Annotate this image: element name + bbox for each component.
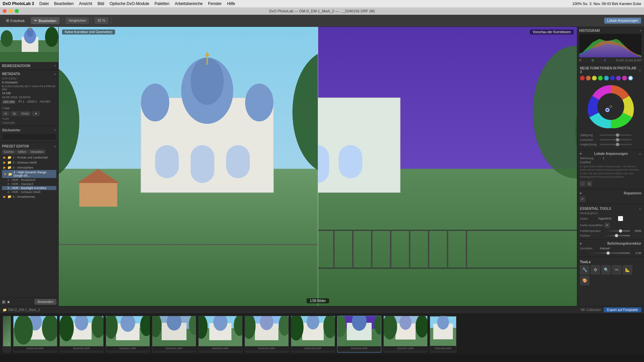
toolbar-separator-2 <box>92 17 92 24</box>
menu-paletten[interactable]: Paletten <box>155 1 169 6</box>
tool-5[interactable]: 📐 <box>623 265 632 275</box>
color-dot-blue[interactable] <box>610 76 615 80</box>
tool-4[interactable]: ✂ <box>612 265 622 275</box>
korrektur-ev-row: 0.00 <box>580 251 641 255</box>
filmstrip-item-1[interactable]: 5240149.ORF <box>13 316 57 353</box>
metadata-header[interactable]: METADATA ▲ <box>2 71 56 76</box>
toolbar: ⊞ Fotothek ✏ Bearbeiten Vergleichen 82 %… <box>0 15 644 27</box>
hsl-luminanz-slider[interactable] <box>600 139 632 140</box>
menu-bearbeiten[interactable]: Bearbeiten <box>54 1 73 6</box>
compare-btn[interactable]: Vergleichen <box>65 17 89 24</box>
preset-stillen-btn[interactable]: Stillen <box>16 149 28 154</box>
menu-ansicht[interactable]: Ansicht <box>79 1 92 6</box>
color-dot-white[interactable] <box>628 76 633 80</box>
belichtungskorrektur-header[interactable]: ▶ Belichtungskorrektur <box>580 241 641 246</box>
window-minimize-btn[interactable] <box>9 9 13 13</box>
preset-folder-2[interactable]: ▶ 📁 2 - Schwarz-Weiß <box>2 160 56 165</box>
menu-optische-dxo-module[interactable]: Optische DxO-Module <box>110 1 149 6</box>
color-dot-red[interactable] <box>580 76 585 80</box>
folder-indicator: 📁 OM-D_EM-1_Mark_2 <box>3 308 40 312</box>
filmstrip-item-5[interactable]: 5240153.ORF <box>198 316 243 353</box>
menu-bild[interactable]: Bild <box>98 1 104 6</box>
hsl-saettigung-slider[interactable] <box>600 134 632 136</box>
copyright-key: Copyright <box>2 121 20 124</box>
neue-funktionen-header[interactable]: NEUE FUNKTIONEN IN PHOTOLAB 3 ▲ <box>580 66 641 74</box>
reparieren-icon-1[interactable]: ✂ <box>580 196 585 202</box>
weissabgleich-label: Weißabgleich <box>580 211 641 215</box>
filmstrip-item-3[interactable]: 5240151.ORF <box>106 316 150 353</box>
tab-fotothek[interactable]: ⊞ Fotothek <box>3 17 28 24</box>
filmstrip-item-8-active[interactable]: 5240156.ORF <box>337 316 381 353</box>
menu-arbeitsbereiche[interactable]: Arbeitsbereiche <box>175 1 203 6</box>
werkzeug-label: Werkzeug <box>580 157 602 160</box>
brush-icon-btn[interactable]: ⬚ <box>580 181 585 186</box>
menu-datei[interactable]: Datei <box>39 1 49 6</box>
preset-item-2[interactable]: 2 - HDR - Standard <box>2 182 56 186</box>
menu-hilfe[interactable]: Hilfe <box>227 1 235 6</box>
zoom-btn[interactable]: 82 % <box>95 17 108 24</box>
reparieren-header[interactable]: ▶ Reparieren <box>580 191 641 196</box>
export-button[interactable]: Export auf Festplatte <box>604 307 641 312</box>
farbton-slider[interactable] <box>600 235 630 236</box>
color-dot-yellow[interactable] <box>592 76 597 80</box>
split-line <box>318 27 318 306</box>
preset-item-3[interactable]: 3 - HDR - Backlight Korrektur <box>2 186 56 190</box>
mode-m-btn[interactable]: M <box>2 111 9 116</box>
window-close-btn[interactable] <box>3 9 7 13</box>
gradient-icon-btn[interactable]: ◎ <box>587 181 592 186</box>
farbtemperatur-slider[interactable] <box>602 230 630 232</box>
preset-item-1[interactable]: 1 - HDR - Realistisch <box>2 178 56 182</box>
mode-star-btn[interactable]: ★ <box>32 111 40 116</box>
essential-tools-header[interactable]: ESSENTIAL TOOLS ▲ <box>580 205 641 211</box>
stichwoerter-header[interactable]: Stichwörter ▼ <box>2 128 56 133</box>
farbe-picker-icon[interactable]: ✦ <box>604 223 610 228</box>
color-dot-orange[interactable] <box>586 76 591 80</box>
preset-star-icon[interactable]: ★ <box>7 300 10 304</box>
preset-folder-4[interactable]: ▼ 📁 4 - High Dynamic Range (Single-Sh... <box>2 170 56 178</box>
toolbar-separator-1 <box>62 17 63 24</box>
copyright-row: Copyright <box>2 121 56 125</box>
window-controls <box>3 9 19 13</box>
preset-folder-5[interactable]: ▶ 📁 5 - Smartphones <box>2 194 56 199</box>
window-maximize-btn[interactable] <box>15 9 19 13</box>
color-dot-green[interactable] <box>598 76 603 80</box>
color-dot-cyan[interactable] <box>604 76 609 80</box>
filmstrip-item-2[interactable]: 5240150.ORF <box>59 316 104 353</box>
tool-1[interactable]: 🔧 <box>580 265 589 275</box>
tool-2[interactable]: ⚙ <box>591 265 600 275</box>
preset-grid-icon[interactable]: ⊞ <box>2 300 5 304</box>
preset-verwalten-btn[interactable]: Verwalten <box>29 149 45 154</box>
lokale-anpassungen-header[interactable]: ▶ Lokale Anpassungen ▲ <box>580 151 641 156</box>
tool-3[interactable]: 🔍 <box>601 265 611 275</box>
preset-item-4[interactable]: 4 - HDR - Schwarz-Weiß <box>2 190 56 194</box>
preview-thumbnail <box>0 27 58 62</box>
apply-button[interactable]: Anwenden <box>35 299 56 305</box>
folder-icon-4: ▼ <box>3 172 7 176</box>
tags-input[interactable] <box>2 133 56 140</box>
tab-bearbeiten[interactable]: ✏ Bearbeiten <box>31 17 60 24</box>
filmstrip-item-9[interactable]: 5240157.ORF <box>383 316 428 353</box>
preset-folder-1[interactable]: ▶ 📁 1 - Porträt und Landschaft <box>2 155 56 160</box>
farbton-label: Farbton <box>580 234 598 237</box>
color-dot-violet[interactable] <box>616 76 621 80</box>
hsl-angleichung-slider[interactable] <box>600 144 632 145</box>
wb-picker-btn[interactable]: ⊕ <box>618 216 623 221</box>
filmstrip-item-6[interactable]: 5240154.ORF <box>245 316 289 353</box>
tool-6[interactable]: 🎨 <box>580 276 589 285</box>
preset-suchen-btn[interactable]: Suchen <box>2 149 16 154</box>
preset-folder-3[interactable]: ▶ 📁 3 - Atmosphäre <box>2 165 56 170</box>
filmstrip-item-partial-left[interactable] <box>3 316 11 353</box>
filmstrip-item-4[interactable]: 5240152.ORF <box>152 316 196 353</box>
filmstrip-item-partial-right[interactable]: 5240158.ORF <box>430 316 457 353</box>
filmstrip-item-7[interactable]: 5240155.ORF <box>291 316 335 353</box>
move-zoom-header[interactable]: BEWEGEN/ZOOM ▼ <box>2 63 56 68</box>
menu-fenster[interactable]: Fenster <box>208 1 222 6</box>
mode-raw-btn[interactable]: RAW <box>19 111 31 116</box>
color-dot-magenta[interactable] <box>622 76 627 80</box>
histogram-header[interactable]: HISTOGRAM ▲ <box>579 28 642 33</box>
korrektur-slider[interactable] <box>583 252 630 254</box>
mode-grid-btn[interactable]: ⊞ <box>11 111 18 116</box>
lokale-anpassungen-btn[interactable]: Lokale Anpassungen <box>604 17 641 24</box>
hsl-luminanz-row: Luminanz <box>580 137 641 142</box>
center-image-area[interactable]: Keine Korrektur (mit Geometrie) Vorschau… <box>59 27 577 306</box>
